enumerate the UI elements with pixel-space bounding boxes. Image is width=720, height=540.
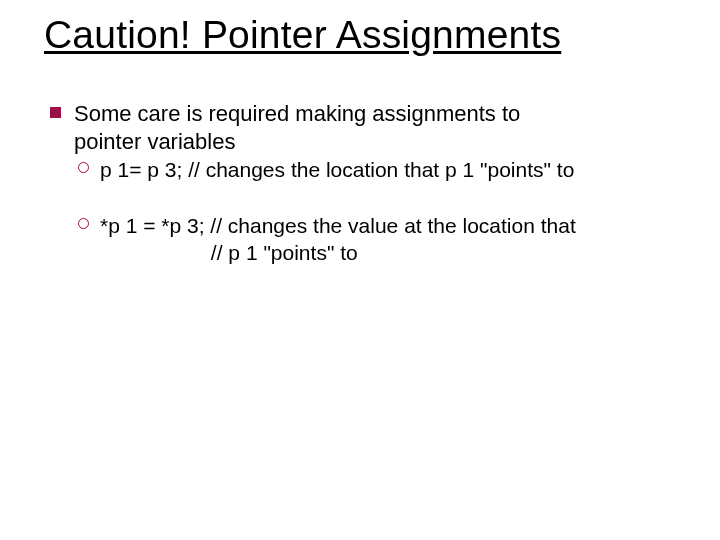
slide-body: Some care is required making assignments… [50,100,690,266]
circle-bullet-icon [78,213,100,239]
bullet-continuation: // p 1 "points" to [100,240,690,266]
square-bullet-icon [50,100,74,155]
continuation-text: // p 1 "points" to [211,241,358,264]
slide-title: Caution! Pointer Assignments [44,14,561,56]
bullet-level2-b: *p 1 = *p 3; // changes the value at the… [78,213,690,239]
spacer [50,183,690,211]
circle-bullet-icon [78,157,100,183]
bullet-text: p 1= p 3; // changes the location that p… [100,157,690,183]
bullet-level2-a: p 1= p 3; // changes the location that p… [78,157,690,183]
bullet-text: Some care is required making assignments… [74,100,690,155]
bullet-level1: Some care is required making assignments… [50,100,690,155]
bullet-line2: pointer variables [74,129,235,154]
slide: Caution! Pointer Assignments Some care i… [0,0,720,540]
bullet-line1: Some care is required making assignments… [74,101,520,126]
bullet-text: *p 1 = *p 3; // changes the value at the… [100,213,690,239]
